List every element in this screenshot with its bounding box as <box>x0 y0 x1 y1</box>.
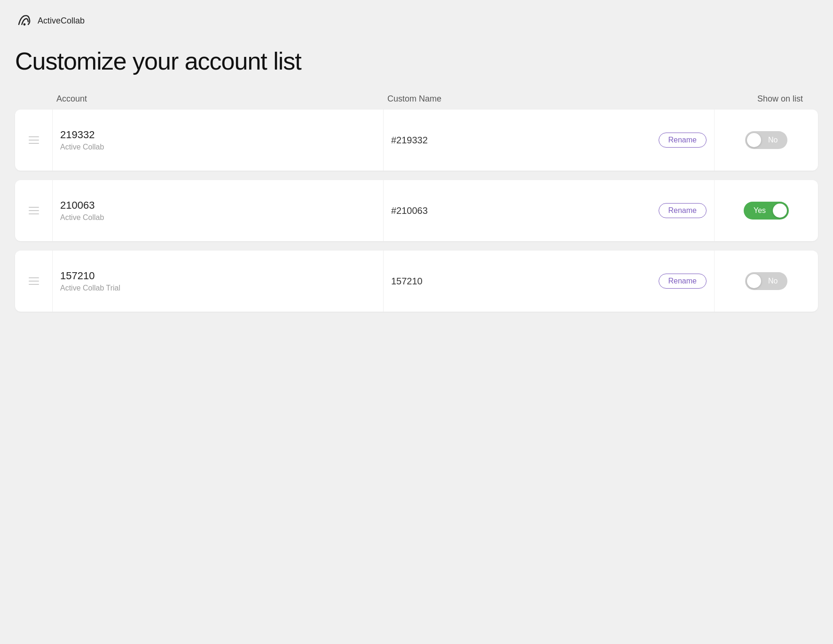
rename-button[interactable]: Rename <box>659 274 707 289</box>
account-info: 219332 Active Collab <box>53 110 384 171</box>
custom-name-text: #219332 <box>391 135 651 146</box>
toggle-circle <box>747 133 761 147</box>
toggle-section: No <box>715 251 818 312</box>
custom-name-section: #219332 Rename <box>384 110 715 171</box>
account-number: 210063 <box>60 199 376 212</box>
drag-handle[interactable] <box>15 180 53 241</box>
drag-icon <box>29 136 39 144</box>
logo-icon <box>15 11 34 30</box>
custom-name-section: 157210 Rename <box>384 251 715 312</box>
toggle-circle <box>773 204 787 218</box>
toggle-section: No <box>715 110 818 171</box>
toggle-section: Yes <box>715 180 818 241</box>
accounts-list: 219332 Active Collab #219332 Rename No 2… <box>15 110 818 312</box>
col-header-drag <box>15 94 53 104</box>
rename-button[interactable]: Rename <box>659 133 707 148</box>
custom-name-text: 157210 <box>391 276 651 287</box>
logo-area: ActiveCollab <box>15 11 85 30</box>
svg-point-0 <box>24 24 26 26</box>
custom-name-text: #210063 <box>391 205 651 216</box>
page-title: Customize your account list <box>15 47 818 75</box>
account-type: Active Collab Trial <box>60 284 376 292</box>
drag-handle[interactable] <box>15 251 53 312</box>
page-title-section: Customize your account list <box>0 38 833 94</box>
toggle-circle <box>747 274 761 288</box>
account-info: 157210 Active Collab Trial <box>53 251 384 312</box>
account-row: 210063 Active Collab #210063 Rename Yes <box>15 180 818 241</box>
rename-button[interactable]: Rename <box>659 203 707 218</box>
drag-icon <box>29 277 39 285</box>
drag-icon <box>29 207 39 214</box>
account-number: 157210 <box>60 270 376 282</box>
column-headers: Account Custom Name Show on list <box>15 94 818 110</box>
account-number: 219332 <box>60 129 376 141</box>
col-header-custom-name: Custom Name <box>384 94 715 104</box>
account-info: 210063 Active Collab <box>53 180 384 241</box>
show-on-list-toggle[interactable]: No <box>745 131 787 149</box>
drag-handle[interactable] <box>15 110 53 171</box>
account-type: Active Collab <box>60 143 376 151</box>
col-header-show-on-list: Show on list <box>715 94 818 104</box>
account-type: Active Collab <box>60 213 376 222</box>
toggle-label: No <box>763 277 782 285</box>
account-row: 157210 Active Collab Trial 157210 Rename… <box>15 251 818 312</box>
account-row: 219332 Active Collab #219332 Rename No <box>15 110 818 171</box>
show-on-list-toggle[interactable]: Yes <box>744 202 789 220</box>
app-header: ActiveCollab <box>0 0 833 38</box>
toggle-label: No <box>763 136 782 144</box>
custom-name-section: #210063 Rename <box>384 180 715 241</box>
show-on-list-toggle[interactable]: No <box>745 272 787 290</box>
app-name: ActiveCollab <box>38 16 85 26</box>
toggle-label: Yes <box>749 206 770 215</box>
main-content: Account Custom Name Show on list 219332 … <box>0 94 833 312</box>
col-header-account: Account <box>53 94 384 104</box>
